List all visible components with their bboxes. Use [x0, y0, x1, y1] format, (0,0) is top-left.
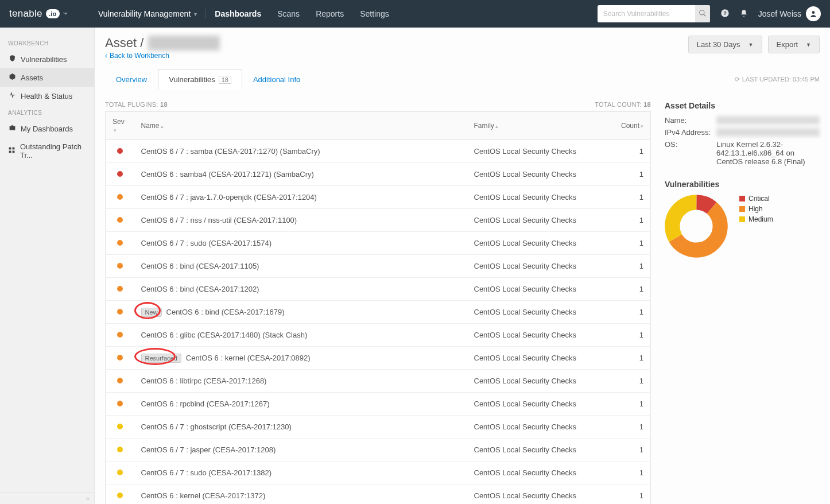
vuln-name: CentOS 6 / 7 : nss / nss-util (CESA-2017… [134, 209, 467, 232]
severity-dot [117, 148, 123, 154]
vuln-count: 1 [611, 186, 651, 209]
table-row[interactable]: ResurfacedCentOS 6 : kernel (CESA-2017:0… [106, 347, 651, 370]
logo[interactable]: tenable.io™ [9, 8, 67, 20]
vuln-family: CentOS Local Security Checks [467, 370, 611, 393]
app-switcher[interactable]: Vulnerability Management ▾ [90, 9, 205, 18]
top-bar: tenable.io™ Vulnerability Management ▾ D… [0, 0, 830, 28]
table-row[interactable]: CentOS 6 / 7 : samba (CESA-2017:1270) (S… [106, 140, 651, 163]
vuln-count: 1 [611, 347, 651, 370]
user-menu[interactable]: Josef Weiss [758, 6, 821, 21]
table-row[interactable]: CentOS 6 / 7 : sudo (CESA-2017:1382)Cent… [106, 462, 651, 484]
nav-dashboards[interactable]: Dashboards [215, 9, 261, 18]
severity-dot [117, 424, 123, 429]
table-row[interactable]: CentOS 6 : glibc (CESA-2017:1480) (Stack… [106, 324, 651, 347]
chevron-left-icon: ‹ [105, 52, 107, 60]
col-family[interactable]: Family▴ [467, 112, 611, 140]
search-input[interactable] [598, 10, 695, 18]
table-row[interactable]: CentOS 6 / 7 : jasper (CESA-2017:1208)Ce… [106, 439, 651, 462]
col-name[interactable]: Name▴ [134, 112, 467, 140]
col-sev[interactable]: Sev▾ [106, 112, 134, 140]
vuln-chart-title: Vulnerabilities [665, 180, 820, 189]
primary-nav: DashboardsScansReportsSettings [215, 9, 389, 18]
table-row[interactable]: CentOS 6 / 7 : nss / nss-util (CESA-2017… [106, 209, 651, 232]
vuln-name: CentOS 6 / 7 : ghostscript (CESA-2017:12… [134, 416, 467, 439]
table-row[interactable]: CentOS 6 : bind (CESA-2017:1105)CentOS L… [106, 255, 651, 278]
back-link[interactable]: ‹ Back to Workbench [105, 52, 169, 60]
vuln-family: CentOS Local Security Checks [467, 439, 611, 462]
nav-settings[interactable]: Settings [360, 9, 389, 18]
tab-count: 18 [219, 76, 231, 84]
vuln-name: CentOS 6 : glibc (CESA-2017:1480) (Stack… [134, 324, 467, 347]
tabs: OverviewVulnerabilities18Additional Info… [105, 69, 820, 90]
table-row[interactable]: CentOS 6 : samba4 (CESA-2017:1271) (Samb… [106, 163, 651, 186]
search-icon [699, 9, 707, 19]
legend-color [739, 196, 745, 201]
svg-text:?: ? [723, 10, 727, 16]
table-row[interactable]: CentOS 6 / 7 : sudo (CESA-2017:1574)Cent… [106, 232, 651, 255]
bell-icon[interactable] [740, 9, 748, 20]
asset-details-panel: Asset Details Name:████████IPv4 Address:… [665, 101, 820, 504]
severity-dot [117, 447, 123, 452]
sidebar-item-label: Vulnerabilities [21, 55, 67, 64]
vuln-count: 1 [611, 209, 651, 232]
sidebar-section: ANALYTICS [0, 105, 94, 119]
vuln-name: CentOS 6 / 7 : sudo (CESA-2017:1382) [134, 462, 467, 484]
table-summary: TOTAL PLUGINS: 18 TOTAL COUNT: 18 [105, 101, 651, 108]
logo-text: tenable [9, 8, 42, 20]
table-row[interactable]: CentOS 6 : libtirpc (CESA-2017:1268)Cent… [106, 370, 651, 393]
severity-dot [117, 309, 123, 315]
legend-item: High [739, 205, 773, 213]
nav-reports[interactable]: Reports [316, 9, 344, 18]
refresh-icon[interactable]: ⟳ [735, 76, 740, 83]
chart-legend: CriticalHighMedium [739, 195, 773, 226]
table-row[interactable]: CentOS 6 / 7 : ghostscript (CESA-2017:12… [106, 416, 651, 439]
vuln-family: CentOS Local Security Checks [467, 324, 611, 347]
sidebar-item-assets[interactable]: Assets [0, 68, 94, 87]
help-icon[interactable]: ? [720, 9, 730, 20]
severity-dot [117, 493, 123, 498]
col-count[interactable]: Count▾ [611, 112, 651, 140]
status-badge: Resurfaced [141, 354, 181, 363]
severity-dot [117, 240, 123, 246]
table-row[interactable]: CentOS 6 / 7 : java-1.7.0-openjdk (CESA-… [106, 186, 651, 209]
table-row[interactable]: CentOS 6 : bind (CESA-2017:1202)CentOS L… [106, 278, 651, 301]
avatar [806, 6, 821, 21]
sidebar-item-vulnerabilities[interactable]: Vulnerabilities [0, 50, 94, 68]
vuln-family: CentOS Local Security Checks [467, 462, 611, 484]
vuln-name: CentOS 6 : kernel (CESA-2017:1372) [134, 484, 467, 505]
tab-overview[interactable]: Overview [105, 69, 158, 90]
vuln-family: CentOS Local Security Checks [467, 416, 611, 439]
nav-scans[interactable]: Scans [277, 9, 300, 18]
severity-dot [117, 470, 123, 475]
export-button[interactable]: Export ▼ [768, 36, 820, 53]
table-row[interactable]: NewCentOS 6 : bind (CESA-2017:1679)CentO… [106, 301, 651, 324]
severity-dot [117, 378, 123, 383]
vuln-name: CentOS 6 / 7 : samba (CESA-2017:1270) (S… [134, 140, 467, 163]
sidebar-collapse[interactable]: « [0, 492, 94, 504]
search-button[interactable] [695, 5, 710, 22]
vuln-family: CentOS Local Security Checks [467, 301, 611, 324]
vuln-family: CentOS Local Security Checks [467, 484, 611, 505]
vuln-count: 1 [611, 255, 651, 278]
vuln-count: 1 [611, 301, 651, 324]
sidebar-item-label: My Dashboards [21, 125, 73, 133]
sidebar-item-health-status[interactable]: Health & Status [0, 87, 94, 105]
severity-dot [117, 401, 123, 406]
svg-rect-6 [13, 148, 15, 150]
time-filter-button[interactable]: Last 30 Days ▼ [688, 36, 762, 53]
app-name: Vulnerability Management [98, 9, 191, 18]
tab-vulnerabilities[interactable]: Vulnerabilities18 [158, 69, 242, 90]
chevron-down-icon: ▼ [748, 42, 754, 48]
main-content: Asset / ████████ ‹ Back to Workbench Las… [95, 28, 830, 504]
logo-badge: .io [46, 9, 60, 18]
vuln-family: CentOS Local Security Checks [467, 393, 611, 416]
vuln-family: CentOS Local Security Checks [467, 209, 611, 232]
tab-additional-info[interactable]: Additional Info [242, 69, 311, 90]
vuln-count: 1 [611, 393, 651, 416]
sidebar-item-my-dashboards[interactable]: My Dashboards [0, 119, 94, 138]
vuln-name: CentOS 6 : rpcbind (CESA-2017:1267) [134, 393, 467, 416]
table-row[interactable]: CentOS 6 : rpcbind (CESA-2017:1267)CentO… [106, 393, 651, 416]
top-icons: ? Josef Weiss [720, 6, 821, 21]
sidebar-item-outstanding-patch-tr-[interactable]: Outstanding Patch Tr... [0, 138, 94, 164]
table-row[interactable]: CentOS 6 : kernel (CESA-2017:1372)CentOS… [106, 484, 651, 505]
